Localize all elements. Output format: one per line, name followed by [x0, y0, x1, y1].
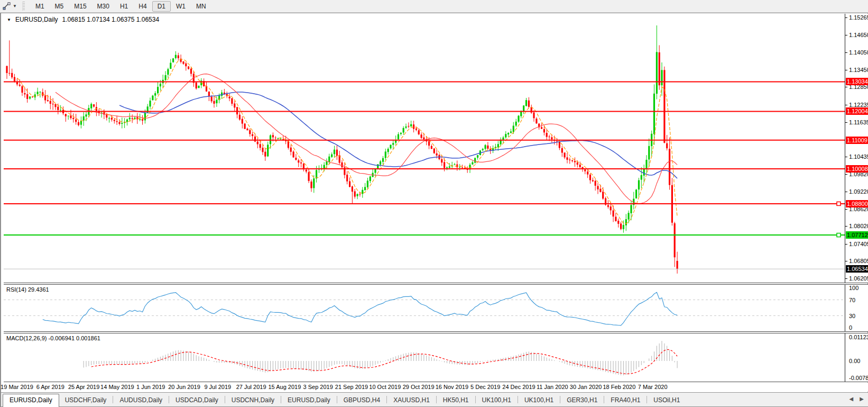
date-axis-label: 16 Nov 2019	[436, 384, 468, 390]
date-axis-label: 29 Oct 2019	[403, 384, 435, 390]
price-tick-label: 1.14050	[849, 49, 868, 56]
chart-tab-usdcnh-daily[interactable]: USDCNH,Daily	[226, 394, 280, 406]
price-line-badge: 1.12004	[846, 107, 868, 115]
rsi-label: RSI(14) 29.4361	[6, 286, 49, 293]
rsi-tick-label: 100	[849, 285, 858, 291]
chart-tab-eurusd-daily[interactable]: EURUSD,Daily	[3, 394, 59, 407]
date-axis-label: 18 Feb 2020	[603, 384, 636, 390]
tab-separator	[518, 396, 518, 403]
macd-label: MACD(12,26,9) -0.006941 0.001861	[6, 335, 100, 341]
date-axis[interactable]: 19 Mar 20196 Apr 201925 Apr 201914 May 2…	[4, 383, 868, 392]
date-axis-label: 19 Mar 2019	[1, 384, 33, 390]
price-tick-mark	[845, 226, 847, 227]
chart-tab-uk100-h1[interactable]: UK100,H1	[519, 394, 559, 406]
timeframe-button-m30[interactable]: M30	[92, 1, 115, 12]
price-tick-label: 1.06205	[849, 275, 868, 282]
price-line-badge: 1.11009	[846, 137, 868, 144]
price-panel: 1.152651.146501.140501.134501.128501.122…	[4, 14, 868, 283]
chart-tab-eurusd-daily[interactable]: EURUSD,Daily	[282, 394, 336, 406]
tab-separator	[604, 396, 604, 403]
timeframe-button-group: M1M5M15M30H1H4D1W1MN	[30, 1, 211, 12]
chart-tab-usdchf-daily[interactable]: USDCHF,Daily	[59, 394, 113, 406]
tab-separator	[475, 396, 476, 403]
price-chart-canvas[interactable]	[4, 14, 845, 283]
timeframe-button-h4[interactable]: H4	[133, 1, 152, 12]
rsi-tick-label: 30	[849, 313, 855, 319]
tabs-container: EURUSD,DailyUSDCHF,DailyAUDUSD,DailyUSDC…	[3, 394, 686, 406]
date-axis-label: 3 Sep 2019	[303, 384, 333, 390]
price-tick-mark	[845, 174, 847, 175]
timeframe-button-mn[interactable]: MN	[191, 1, 211, 12]
date-axis-label: 21 Sep 2019	[335, 384, 368, 390]
chart-dropdown-icon[interactable]: ▼	[7, 17, 11, 22]
price-tick-mark	[845, 261, 847, 261]
price-line-badge: 1.10008	[846, 165, 868, 173]
price-tick-label: 1.15265	[849, 14, 868, 21]
chart-tab-fra40-h1[interactable]: FRA40,H1	[605, 394, 646, 406]
timeframe-button-m15[interactable]: M15	[69, 1, 91, 12]
macd-axis[interactable]: 0.0112320.00-0.007894	[845, 333, 868, 382]
timeframe-button-w1[interactable]: W1	[171, 1, 191, 12]
price-tick-mark	[845, 87, 847, 87]
tab-separator	[386, 396, 387, 403]
chart-tab-gbpusd-h4[interactable]: GBPUSD,H4	[338, 394, 386, 406]
tab-separator	[337, 396, 337, 403]
date-axis-label: 24 Dec 2019	[502, 384, 535, 390]
chart-window: 1.152651.146501.140501.134501.128501.122…	[0, 13, 868, 407]
chart-ohlc-values: 1.06815 1.07134 1.06375 1.06534	[62, 16, 160, 23]
price-tick-mark	[845, 244, 847, 245]
chart-tab-ger30-h1[interactable]: GER30,H1	[561, 394, 603, 406]
line-tool-icon[interactable]	[1, 2, 12, 11]
timeframe-button-h1[interactable]: H1	[115, 1, 133, 12]
tab-separator	[169, 396, 169, 403]
tab-scroll-left-icon[interactable]: ◀	[849, 396, 854, 402]
chart-tab-bar: EURUSD,DailyUSDCHF,DailyAUDUSD,DailyUSDC…	[1, 392, 868, 406]
date-axis-label: 10 Oct 2019	[369, 384, 401, 390]
price-tick-label: 1.08020	[849, 223, 868, 229]
chart-tab-audusd-daily[interactable]: AUDUSD,Daily	[114, 394, 168, 406]
tab-separator	[560, 396, 560, 403]
chart-tab-xauusd-h1[interactable]: XAUUSD,H1	[387, 394, 436, 406]
tab-separator	[113, 396, 113, 403]
date-axis-label: 20 Jun 2019	[168, 384, 200, 390]
price-tick-mark	[845, 52, 847, 53]
chart-tab-hk50-h1[interactable]: HK50,H1	[437, 394, 475, 406]
chart-symbol-label: EURUSD,Daily	[15, 16, 58, 23]
price-tick-mark	[845, 122, 847, 123]
timeframe-button-m1[interactable]: M1	[30, 1, 50, 12]
price-tick-mark	[845, 278, 847, 279]
price-tick-mark	[845, 35, 847, 35]
chart-tab-usdcad-daily[interactable]: USDCAD,Daily	[170, 394, 224, 406]
date-axis-label: 11 Jan 2020	[537, 384, 568, 390]
rsi-axis[interactable]: 10070300	[845, 285, 868, 331]
rsi-panel: 10070300 RSI(14) 29.4361	[4, 284, 868, 332]
date-axis-label: 9 Jul 2019	[204, 384, 231, 390]
timeframe-button-d1[interactable]: D1	[152, 1, 171, 12]
date-axis-label: 14 May 2019	[100, 384, 134, 390]
price-tick-mark	[845, 105, 847, 105]
macd-tick-label: 0.00	[849, 358, 860, 364]
date-axis-label: 27 Jul 2019	[236, 384, 266, 390]
rsi-chart-canvas[interactable]	[4, 285, 845, 332]
macd-tick-label: -0.007894	[849, 375, 868, 381]
macd-panel: 0.0112320.00-0.007894 MACD(12,26,9) -0.0…	[4, 333, 868, 382]
price-tick-label: 1.06805	[849, 258, 868, 264]
price-axis[interactable]: 1.152651.146501.140501.134501.128501.122…	[845, 14, 868, 283]
chart-tab-uk100-h1[interactable]: UK100,H1	[476, 394, 517, 406]
price-line-badge: 1.08800	[846, 200, 868, 207]
macd-chart-canvas[interactable]	[4, 333, 845, 383]
tab-separator	[225, 396, 225, 403]
rsi-tick-label: 0	[849, 324, 852, 331]
price-tick-label: 1.10435	[849, 153, 868, 160]
line-tool-dropdown-caret-icon[interactable]: ▼	[13, 4, 17, 8]
toolbar-grip	[22, 2, 25, 11]
date-axis-label: 5 Dec 2019	[470, 384, 500, 390]
tab-scroll-arrows: ◀ ▶	[849, 396, 864, 402]
price-tick-mark	[845, 192, 847, 192]
price-tick-label: 1.11635	[849, 119, 868, 125]
top-toolbar: ▼ M1M5M15M30H1H4D1W1MN	[0, 0, 868, 13]
timeframe-button-m5[interactable]: M5	[50, 1, 69, 12]
chart-tab-usoil-h1[interactable]: USOil,H1	[648, 394, 686, 406]
tab-scroll-right-icon[interactable]: ▶	[860, 396, 864, 402]
tab-separator	[436, 396, 437, 403]
